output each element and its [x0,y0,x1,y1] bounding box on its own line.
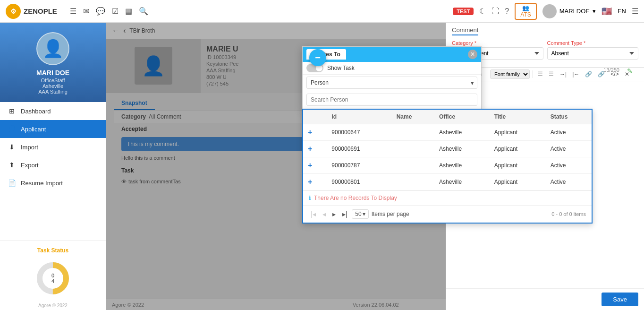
sidebar: 👤 MARI DOE OfficeStaff Asheville AAA Sta… [0,23,106,310]
ats-label: ATS [520,11,531,18]
fullscreen-icon[interactable]: ⛶ [491,7,499,16]
sidebar-nav: ⊞ Dashboard 👤 Applicant ⬇ Import ⬆ Expor… [0,102,106,240]
language-flag[interactable]: 🇺🇸 [602,6,612,17]
sidebar-item-label: Dashboard [21,108,51,115]
row-add-button[interactable]: + [308,178,312,186]
user-avatar [542,4,557,18]
edit-icon[interactable]: ✎ [627,67,633,75]
modal-close-button[interactable]: × [468,50,477,59]
user-name: MARI DOE [559,8,590,15]
sidebar-footer: Agore © 2022 [0,301,106,310]
help-icon[interactable]: ? [505,7,509,16]
indent-button[interactable]: →| [558,70,568,78]
profile-company: AAA Staffing [38,89,68,95]
sidebar-item-label: Resume Import [21,180,63,187]
per-page-select[interactable]: 50 ▾ [352,209,368,219]
logo-icon: ⚙ [6,4,21,19]
profile-name: MARI DOE [36,69,69,77]
table-header-row: Id Name Office Title Status [303,110,592,124]
per-page-chevron: ▾ [363,211,365,217]
show-task-row: Show Task [303,62,481,75]
sidebar-item-label: Import [21,144,38,151]
font-family-select[interactable]: Font family [490,69,530,79]
main-menu-icon[interactable]: ☰ [632,7,638,16]
no-records-row: ℹ There Are no Records To Display [303,190,592,205]
outdent-button[interactable]: |← [570,70,581,78]
relates-to-value: Person [307,77,468,88]
search-input[interactable] [306,94,477,106]
row-status: Active [546,157,592,174]
col-status: Status [546,110,592,124]
list-ordered-button[interactable]: ☰ [547,70,556,78]
no-records-text: There Are no Records To Display [314,195,397,201]
tasks-icon[interactable]: ☑ [112,7,119,16]
row-add-button[interactable]: + [308,161,312,169]
dashboard-icon: ⊞ [8,107,16,115]
col-id: Id [327,110,391,124]
table-row: + 900000787 Asheville Applicant Active [303,157,592,174]
sidebar-profile: 👤 MARI DOE OfficeStaff Asheville AAA Sta… [0,23,106,102]
sidebar-item-import[interactable]: ⬇ Import [0,138,106,156]
page-last-button[interactable]: ▸| [340,209,349,219]
resume-import-icon: 📄 [8,179,16,187]
page-prev-button[interactable]: ◂ [321,209,328,219]
col-add [303,110,327,124]
per-page-value: 50 [355,211,361,217]
row-add-button[interactable]: + [308,128,312,136]
row-name [392,141,434,157]
row-office: Asheville [434,141,490,157]
pagination-bar: |◂ ◂ ▸ ▸| 50 ▾ Items per page 0 - 0 of 0… [303,205,592,223]
row-id: 900000787 [327,157,391,174]
page-first-button[interactable]: |◂ [309,209,318,219]
dark-mode-icon[interactable]: ☾ [479,7,486,16]
top-navigation: ⚙ ZENOPLE ☰ ✉ 💬 ☑ ▦ 🔍 TEST ☾ ⛶ ? 👥 ATS M… [0,0,644,23]
comment-type-select[interactable]: Absent [547,47,639,60]
relates-to-select[interactable]: Person ▾ [306,77,477,89]
table-row: + 900000647 Asheville Applicant Active [303,124,592,141]
chat-icon[interactable]: 💬 [96,7,105,16]
test-badge: TEST [453,8,474,15]
show-task-label: Show Task [327,65,355,71]
row-status: Active [546,141,592,157]
calendar-icon[interactable]: ▦ [125,7,132,16]
main-layout: 👤 MARI DOE OfficeStaff Asheville AAA Sta… [0,23,644,310]
row-name [392,157,434,174]
relates-chevron-icon: ▾ [468,79,477,86]
page-next-button[interactable]: ▸ [330,209,338,219]
row-id: 900000691 [327,141,391,157]
task-status-section: Task Status 0 4 [0,240,106,301]
sidebar-item-export[interactable]: ⬆ Export [0,156,106,174]
task-status-title: Task Status [0,245,106,256]
sidebar-item-applicant[interactable]: 👤 Applicant [0,120,106,138]
char-count: 13/250 [603,67,619,73]
fab-minus-button[interactable]: − [309,49,326,66]
col-title: Title [490,110,546,124]
row-office: Asheville [434,174,490,190]
search-icon[interactable]: 🔍 [139,7,148,16]
sidebar-item-dashboard[interactable]: ⊞ Dashboard [0,102,106,120]
row-title: Applicant [490,141,546,157]
sidebar-item-label: Export [21,162,39,169]
profile-avatar: 👤 [36,32,69,65]
row-name [392,124,434,141]
items-per-page-label: Items per page [372,211,409,217]
profile-city: Asheville [42,83,63,89]
comment-section-label: Comment [452,26,478,35]
donut-top-number: 0 [51,273,54,278]
sidebar-item-resume-import[interactable]: 📄 Resume Import [0,174,106,192]
row-name [392,174,434,190]
user-menu[interactable]: MARI DOE ▾ [542,4,596,18]
col-office: Office [434,110,490,124]
app-name: ZENOPLE [24,7,57,15]
mail-icon[interactable]: ✉ [83,7,89,16]
search-row [303,91,481,109]
ats-button[interactable]: 👥 ATS [515,3,536,20]
list-unordered-button[interactable]: ☰ [536,70,545,78]
comment-type-field: Comment Type * Absent [547,40,639,60]
row-status: Active [546,174,592,190]
hamburger-icon[interactable]: ☰ [70,7,76,16]
row-add-button[interactable]: + [308,145,312,153]
save-button[interactable]: Save [602,293,638,306]
export-icon: ⬆ [8,161,16,169]
link-button[interactable]: 🔗 [583,70,594,78]
